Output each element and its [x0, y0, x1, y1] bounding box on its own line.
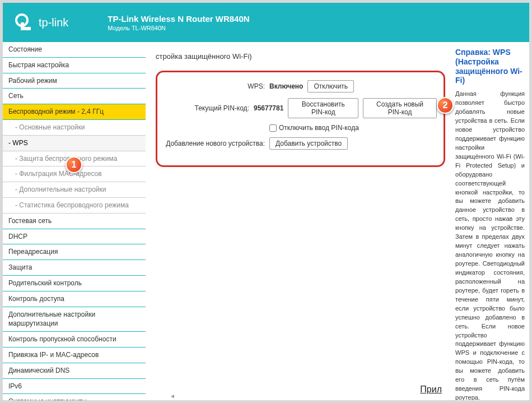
svg-rect-1	[21, 22, 24, 30]
wps-panel: WPS: Включено Отключить Текущий PIN-код:…	[156, 71, 445, 167]
bottom-bar: Прил	[176, 383, 445, 396]
disable-pin-label: Отключить ввод PIN-кода	[279, 124, 359, 132]
tplink-logo-icon	[14, 12, 34, 33]
sidebar-item-13[interactable]: Переадресация	[3, 244, 146, 260]
section-title: стройка защищённого Wi-Fi)	[156, 52, 445, 61]
sidebar-item-16[interactable]: Контроль доступа	[3, 291, 146, 307]
sidebar-item-18[interactable]: Контроль пропускной способности	[3, 332, 146, 348]
sidebar-item-14[interactable]: Защита	[3, 260, 146, 276]
svg-rect-2	[24, 27, 31, 30]
page-title: TP-Link Wireless N Router WR840N	[108, 14, 249, 24]
page-subtitle: Модель TL-WR840N	[108, 25, 249, 31]
sidebar-item-15[interactable]: Родительский контроль	[3, 276, 146, 291]
sidebar-item-19[interactable]: Привязка IP- и MAC-адресов	[3, 348, 146, 363]
help-title: Справка: WPS (Настройка защищённого Wi-F…	[455, 48, 525, 85]
wps-status: Включено	[269, 82, 303, 90]
restore-pin-button[interactable]: Восстановить PIN-код	[288, 98, 358, 118]
sidebar-nav: СостояниеБыстрая настройкаРабочий режимС…	[3, 42, 146, 400]
sidebar-item-1[interactable]: Быстрая настройка	[3, 58, 146, 73]
sidebar-item-9[interactable]: - Дополнительные настройки	[3, 182, 146, 198]
sidebar-item-12[interactable]: DHCP	[3, 229, 146, 245]
wps-disable-button[interactable]: Отключить	[307, 80, 354, 92]
pin-label: Текущий PIN-код:	[164, 104, 249, 112]
add-device-label: Добавление нового устройства:	[164, 140, 265, 147]
bottom-text: Прил	[420, 385, 442, 395]
sidebar-item-10[interactable]: - Статистика беспроводного режима	[3, 198, 146, 214]
app-header: tp-link TP-Link Wireless N Router WR840N…	[3, 3, 529, 42]
sidebar-item-4[interactable]: Беспроводной режим - 2,4 ГГц	[3, 104, 146, 120]
pin-value: 95677781	[254, 104, 283, 112]
annotation-marker-1: 1	[66, 156, 82, 173]
sidebar-item-11[interactable]: Гостевая сеть	[3, 214, 146, 229]
new-pin-button[interactable]: Создать новый PIN-код	[363, 98, 437, 118]
disable-pin-checkbox[interactable]	[269, 124, 277, 132]
main-content: стройка защищённого Wi-Fi) WPS: Включено…	[146, 42, 451, 400]
sidebar-item-6[interactable]: - WPS	[3, 136, 146, 151]
sidebar-item-0[interactable]: Состояние	[3, 42, 146, 58]
sidebar-item-21[interactable]: IPv6	[3, 379, 146, 395]
help-panel: Справка: WPS (Настройка защищённого Wi-F…	[451, 42, 529, 400]
add-device-button[interactable]: Добавить устройство	[269, 137, 348, 150]
sidebar-item-20[interactable]: Динамический DNS	[3, 363, 146, 379]
scroll-hint-icon: ◄	[170, 393, 175, 399]
header-titles: TP-Link Wireless N Router WR840N Модель …	[108, 14, 249, 31]
wps-label: WPS:	[164, 82, 265, 90]
sidebar-item-5[interactable]: - Основные настройки	[3, 120, 146, 136]
sidebar-item-17[interactable]: Дополнительные настройки маршрутизации	[3, 307, 146, 332]
sidebar-item-2[interactable]: Рабочий режим	[3, 73, 146, 89]
sidebar-item-3[interactable]: Сеть	[3, 89, 146, 104]
help-text: Данная функция позволяет быстро добавлят…	[455, 90, 525, 400]
brand-text: tp-link	[39, 16, 68, 29]
annotation-marker-2: 2	[437, 97, 454, 114]
brand-logo: tp-link	[14, 12, 68, 33]
sidebar-item-22[interactable]: Системные инструменты	[3, 394, 146, 400]
